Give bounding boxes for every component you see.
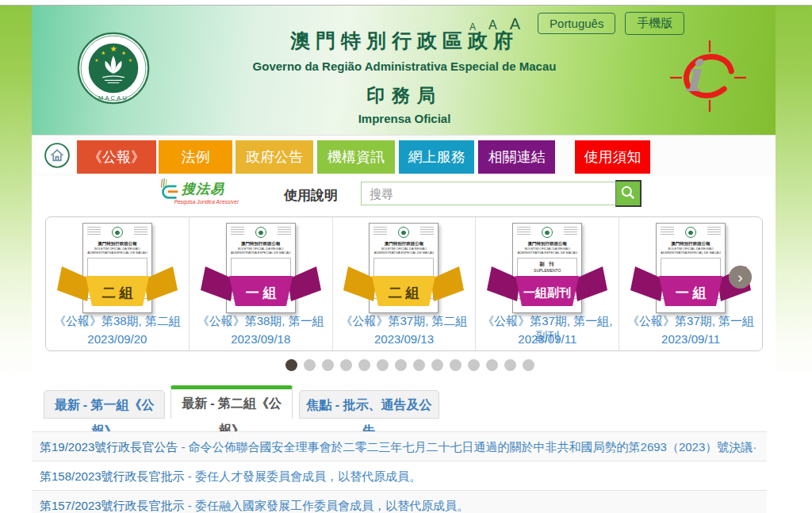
cover-emblem-icon xyxy=(542,227,553,238)
bureau-title-pt: Imprensa Oficial xyxy=(234,112,575,125)
carousel-item[interactable]: 澳門特別行政區公報BOLETIM OFICIAL DA REGIÃOADMINI… xyxy=(46,217,190,350)
cover-emblem-icon xyxy=(685,227,696,238)
carousel-dot-6[interactable] xyxy=(377,359,389,371)
carousel-item[interactable]: 澳門特別行政區公報BOLETIM OFICIAL DA REGIÃOADMINI… xyxy=(190,217,333,350)
tab-latest-series2-gazette[interactable]: 最新 - 第二組《公報》 xyxy=(170,385,293,419)
cover-masthead-zh: 澳門特別行政區公報 xyxy=(513,241,581,247)
cover-masthead-zh: 澳門特別行政區公報 xyxy=(83,241,151,247)
tab-focus-notices[interactable]: 焦點 - 批示、通告及公告 xyxy=(299,390,439,419)
carousel-dot-3[interactable] xyxy=(322,359,334,371)
list-item: 第19/2023號行政長官公告 - 命令公佈聯合國安全理事會於二零二三年七月二十… xyxy=(32,431,767,461)
list-item: 第157/2023號行政長官批示 - 委任融入國家發展工作委員會成員，以替代原成… xyxy=(32,491,767,513)
cover-masthead-pt: ADMINISTRATIVA ESPECIAL DE MACAU xyxy=(370,251,438,255)
cover-text-lines xyxy=(134,227,147,235)
gazette-date: 2023/09/11 xyxy=(476,332,619,346)
gazette-title[interactable]: 《公報》第37期, 第一組 xyxy=(619,314,762,329)
home-icon xyxy=(44,142,71,169)
carousel-item[interactable]: 澳門特別行政區公報BOLETIM OFICIAL DA REGIÃOADMINI… xyxy=(476,217,619,350)
cover-text-lines xyxy=(420,227,434,235)
gazette-title[interactable]: 《公報》第37期, 第二組 xyxy=(333,314,476,329)
carousel-dot-10[interactable] xyxy=(450,359,462,371)
cover-emblem-icon xyxy=(398,227,409,238)
gazette-item-description: - 委任融入國家發展工作委員會成員，以替代原成員。 xyxy=(185,499,469,512)
emblem-star-icon: ★ xyxy=(101,50,105,56)
carousel-dot-8[interactable] xyxy=(413,359,425,371)
cover-text-lines xyxy=(87,227,101,235)
group-ribbon: 一組副刊 xyxy=(487,266,607,310)
carousel-dot-12[interactable] xyxy=(486,359,498,371)
emblem-star-icon: ★ xyxy=(128,58,132,63)
ribbon-label: 一 組 xyxy=(245,285,277,301)
emblem-star-icon: ★ xyxy=(109,44,117,53)
usage-instructions-link[interactable]: 使用說明 xyxy=(284,186,338,205)
legal-search-logo-title: 搜法易 xyxy=(182,180,224,198)
cover-text-lines xyxy=(278,227,291,235)
carousel-dot-7[interactable] xyxy=(395,359,407,371)
nav-item-gov-notices[interactable]: 政府公告 xyxy=(236,140,313,174)
cover-text-lines xyxy=(373,227,387,235)
cover-text-lines xyxy=(564,227,577,235)
nav-item-online-services[interactable]: 網上服務 xyxy=(399,140,474,174)
search-icon xyxy=(620,185,636,201)
mobile-version-button[interactable]: 手機版 xyxy=(625,12,684,35)
carousel-dot-4[interactable] xyxy=(340,359,352,371)
search-input[interactable] xyxy=(361,182,619,205)
carousel-dot-13[interactable] xyxy=(504,359,516,371)
search-section: 搜法易 Pesquisa Jurídica Acessível 使用說明 xyxy=(32,176,776,216)
main-navigation: 《公報》 法例 政府公告 機構資訊 網上服務 相關連結 使用須知 xyxy=(32,135,776,178)
ribbon-label: 二 組 xyxy=(389,285,420,301)
gazette-title[interactable]: 《公報》第38期, 第二組 xyxy=(46,314,189,329)
site-title-block: 澳門特別行政區政府 Governo da Região Administrati… xyxy=(234,28,575,125)
nav-item-gazette[interactable]: 《公報》 xyxy=(77,140,156,174)
cover-text-lines xyxy=(231,227,244,235)
carousel-dot-5[interactable] xyxy=(358,359,370,371)
carousel-dot-1[interactable] xyxy=(285,359,297,371)
home-button[interactable] xyxy=(36,140,78,173)
gazette-date: 2023/09/13 xyxy=(333,332,476,346)
gazette-item-link[interactable]: 第158/2023號行政長官批示 xyxy=(40,469,185,483)
cover-emblem-icon xyxy=(112,227,123,238)
nav-item-laws[interactable]: 法例 xyxy=(159,140,232,174)
gazette-item-description: - 命令公佈聯合國安全理事會於二零二三年七月二十七日通過的關於中非共和國局勢的第… xyxy=(178,440,756,454)
legal-search-logo-icon xyxy=(159,178,180,200)
gazette-item-link[interactable]: 第19/2023號行政長官公告 xyxy=(40,440,178,454)
cover-masthead-pt: ADMINISTRATIVA ESPECIAL DE MACAU xyxy=(657,251,725,255)
carousel-dot-2[interactable] xyxy=(304,359,316,371)
cover-masthead-pt: ADMINISTRATIVA ESPECIAL DE MACAU xyxy=(83,251,151,255)
macau-emblem-logo[interactable]: ★ ★ ★ ★ ★ MACAU xyxy=(77,32,150,105)
ribbon-label: 一 組 xyxy=(676,285,707,301)
carousel-next-button[interactable]: › xyxy=(729,266,752,289)
gazette-title[interactable]: 《公報》第38期, 第一組 xyxy=(190,314,332,329)
carousel-item[interactable]: 澳門特別行政區公報BOLETIM OFICIAL DA REGIÃOADMINI… xyxy=(333,217,477,350)
nav-item-related-links[interactable]: 相關連結 xyxy=(478,140,555,174)
cover-text-lines xyxy=(661,227,674,235)
government-title-pt: Governo da Região Administrativa Especia… xyxy=(234,59,575,73)
government-title-zh: 澳門特別行政區政府 xyxy=(234,28,575,54)
carousel-dot-14[interactable] xyxy=(523,359,534,371)
gazette-carousel: 澳門特別行政區公報BOLETIM OFICIAL DA REGIÃOADMINI… xyxy=(45,216,763,351)
emblem-star-icon: ★ xyxy=(121,50,126,56)
cover-masthead-pt: ADMINISTRATIVA ESPECIAL DE MACAU xyxy=(513,251,581,255)
header-banner: A A A Português 手機版 ★ ★ ★ ★ ★ xyxy=(32,6,776,135)
cover-emblem-icon xyxy=(255,227,266,238)
nav-item-terms-of-use[interactable]: 使用須知 xyxy=(575,140,650,174)
cover-masthead-zh: 澳門特別行政區公報 xyxy=(657,241,725,247)
gazette-item-link[interactable]: 第157/2023號行政長官批示 xyxy=(40,499,185,512)
group-ribbon: 一 組 xyxy=(201,266,321,310)
list-item: 第158/2023號行政長官批示 - 委任人才發展委員會成員，以替代原成員。 xyxy=(32,461,767,491)
legal-search-logo[interactable]: 搜法易 Pesquisa Jurídica Acessível xyxy=(159,178,254,213)
imprensa-oficial-logo: i xyxy=(668,39,748,113)
gazette-date: 2023/09/11 xyxy=(619,332,762,346)
group-ribbon: 二 組 xyxy=(343,266,464,310)
cover-masthead-zh: 澳門特別行政區公報 xyxy=(227,241,295,247)
search-button[interactable] xyxy=(615,180,642,207)
bureau-title-zh: 印務局 xyxy=(234,83,575,108)
carousel-dot-11[interactable] xyxy=(468,359,480,371)
nav-item-org-info[interactable]: 機構資訊 xyxy=(317,140,395,174)
top-strip xyxy=(0,0,812,6)
carousel-dot-9[interactable] xyxy=(431,359,443,371)
gazette-date: 2023/09/18 xyxy=(190,332,332,346)
tab-latest-series1-gazette[interactable]: 最新 - 第一組《公報》 xyxy=(44,390,165,419)
cover-masthead-zh: 澳門特別行政區公報 xyxy=(370,241,438,247)
gazette-item-description: - 委任人才發展委員會成員，以替代原成員。 xyxy=(185,469,421,483)
